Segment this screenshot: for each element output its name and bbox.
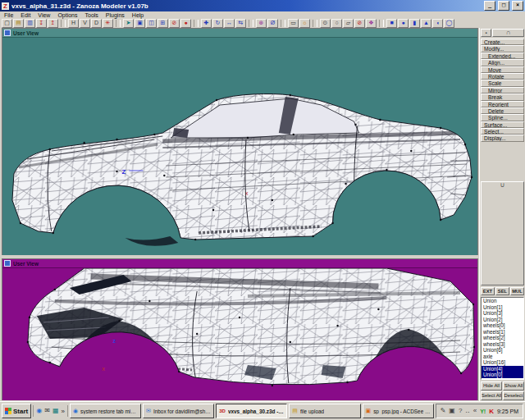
show-all-button[interactable]: Show All xyxy=(503,381,524,390)
yahoo-messenger-icon[interactable]: Y! xyxy=(480,409,486,414)
scale-tool-button[interactable]: ↔ xyxy=(224,19,235,28)
object-item[interactable]: wheels[3] xyxy=(482,341,523,348)
primitive-torus-button[interactable]: ◯ xyxy=(444,19,454,28)
primitive-sphere-button[interactable]: ● xyxy=(398,19,409,28)
region-button[interactable]: ▭ xyxy=(288,19,299,28)
object-item-selected[interactable]: Union[4] xyxy=(482,366,523,372)
cmd-mirror[interactable]: Mirror xyxy=(481,87,524,94)
object-item[interactable]: Union[6] xyxy=(482,347,523,354)
task-button-acdsee[interactable]: ▣ sp_psp.jpg - ACDSee 9 P... xyxy=(363,404,434,418)
maximize-button[interactable]: □ xyxy=(498,1,509,11)
object-item[interactable]: Union[1] xyxy=(482,304,523,311)
menu-edit[interactable]: Edit xyxy=(21,12,30,18)
select-tool-button[interactable]: ➤ xyxy=(123,19,134,28)
view-3d-button[interactable]: D xyxy=(91,19,102,28)
mail-icon[interactable]: ✉ xyxy=(44,407,50,415)
object-item[interactable]: Union[2] xyxy=(482,317,523,323)
viewport-split-button[interactable]: ◫ xyxy=(146,19,157,28)
cmd-break[interactable]: Break xyxy=(481,94,524,100)
scroll-up-button[interactable]: ∩ xyxy=(492,29,524,37)
open-button[interactable]: ▤ xyxy=(13,19,24,28)
close-button[interactable]: × xyxy=(512,1,523,11)
cmd-move[interactable]: Move xyxy=(481,66,524,73)
cmd-spline[interactable]: Spline... xyxy=(481,114,524,121)
viewport-top-titlebar[interactable]: User View xyxy=(2,29,477,38)
cmd-extended[interactable]: Extended... xyxy=(481,52,524,59)
cmd-create[interactable]: Create... xyxy=(481,39,524,45)
cmd-scale[interactable]: Scale xyxy=(481,80,524,86)
menu-view[interactable]: View xyxy=(38,12,50,18)
cmd-rotate[interactable]: Rotate xyxy=(481,73,524,80)
primitive-cylinder-button[interactable]: ▮ xyxy=(409,19,420,28)
view-vertical-button[interactable]: V xyxy=(80,19,90,28)
move-tool-button[interactable]: ✚ xyxy=(201,19,212,28)
object-item-selected[interactable]: Union[0] xyxy=(482,372,523,378)
panel-options-button[interactable]: ▪ xyxy=(481,29,491,37)
menu-help[interactable]: Help xyxy=(132,12,144,18)
cmd-modify[interactable]: Modify... xyxy=(481,45,524,52)
import-button[interactable]: ↧ xyxy=(36,19,47,28)
menu-tools[interactable]: Tools xyxy=(85,12,98,18)
material-button[interactable]: ❖ xyxy=(366,19,377,28)
help-icon[interactable]: ? xyxy=(459,407,462,415)
cmd-display[interactable]: Display... xyxy=(481,135,524,141)
object-item[interactable]: wheels[2] xyxy=(482,335,523,341)
show-desktop-icon[interactable]: ▦ xyxy=(52,407,59,415)
object-item[interactable]: wheels[0] xyxy=(482,322,523,329)
task-button-file-upload[interactable]: ▤ file upload xyxy=(289,404,360,418)
start-button[interactable]: Start xyxy=(2,404,31,418)
viewport-single-button[interactable]: ▣ xyxy=(135,19,145,28)
deselect-button[interactable]: Deselect xyxy=(503,391,524,400)
object-list[interactable]: Union Union[1] Union[3] Union[2] wheels[… xyxy=(481,297,524,380)
mirror-tool-button[interactable]: ⇆ xyxy=(235,19,246,28)
primitive-box-button[interactable]: ■ xyxy=(386,19,397,28)
quick-launch-overflow-chevron[interactable]: » xyxy=(61,408,64,415)
task-button-system-restore[interactable]: ◉ system restore tab missi... xyxy=(70,404,141,418)
display-settings-icon[interactable]: ▣ xyxy=(449,407,455,415)
orbit-button[interactable]: ○ xyxy=(331,19,342,28)
minimize-button[interactable]: _ xyxy=(484,1,495,11)
menu-file[interactable]: File xyxy=(4,12,13,18)
magnifier-button[interactable]: ⊙ xyxy=(320,19,331,28)
object-item[interactable]: Union[16] xyxy=(482,359,523,366)
task-button-zmodeler-active[interactable]: 3D vxvs_alpha_30.z3d - ... xyxy=(216,404,287,418)
mode-ext-button[interactable]: EXT xyxy=(481,287,495,295)
ie-icon[interactable]: ◉ xyxy=(36,407,42,415)
hide-all-button[interactable]: Hide All xyxy=(481,381,502,390)
scroll-down-button[interactable]: ∪ xyxy=(481,181,524,285)
export-button[interactable]: ↥ xyxy=(48,19,58,28)
new-button[interactable]: ▢ xyxy=(2,19,12,28)
viewport-bottom-canvas[interactable]: z x xyxy=(2,268,477,400)
object-item[interactable]: axle xyxy=(482,354,523,360)
viewport-bottom-titlebar[interactable]: User View xyxy=(2,259,477,268)
object-item[interactable]: wheels[1] xyxy=(482,329,523,336)
cmd-select[interactable]: Select... xyxy=(481,128,524,135)
axes-toggle-button[interactable]: ✳ xyxy=(103,19,113,28)
task-button-inbox[interactable]: ✉ Inbox for davidlim@shin... xyxy=(143,404,214,418)
object-item[interactable]: Union xyxy=(482,298,523,304)
pan-button[interactable]: ▱ xyxy=(343,19,354,28)
viewport-off-button[interactable]: ⊘ xyxy=(169,19,180,28)
mode-mul-button[interactable]: MUL xyxy=(510,287,524,295)
cmd-delete[interactable]: Delete xyxy=(481,107,524,114)
viewport-quad-button[interactable]: ⊞ xyxy=(158,19,168,28)
save-button[interactable]: ▥ xyxy=(25,19,35,28)
tray-collapse-chevron[interactable]: « xyxy=(473,407,477,415)
render-ball-button[interactable]: ● xyxy=(180,19,191,28)
kaspersky-icon[interactable]: K xyxy=(489,408,494,415)
cmd-align[interactable]: Align... xyxy=(481,59,524,66)
volume-icon[interactable]: ‥ xyxy=(465,407,469,415)
primitive-halftorus-button[interactable]: ◖ xyxy=(432,19,443,28)
taskbar-clock[interactable]: 9:25 PM xyxy=(497,409,518,414)
menu-plugins[interactable]: Plugins xyxy=(106,12,125,18)
uv-tool-button[interactable]: ⊛ xyxy=(256,19,267,28)
view-horizontal-button[interactable]: H xyxy=(68,19,79,28)
cmd-surface[interactable]: Surface... xyxy=(481,121,524,128)
zmodeler-logo-button[interactable]: Ø xyxy=(267,19,278,28)
mode-sel-button[interactable]: SEL xyxy=(495,287,509,295)
light-button[interactable]: ☼ xyxy=(299,19,310,28)
menu-options[interactable]: Options xyxy=(57,12,77,18)
rotate-tool-button[interactable]: ↻ xyxy=(212,19,223,28)
object-item[interactable]: Union[3] xyxy=(482,310,523,317)
render-off-button[interactable]: ⊘ xyxy=(354,19,365,28)
